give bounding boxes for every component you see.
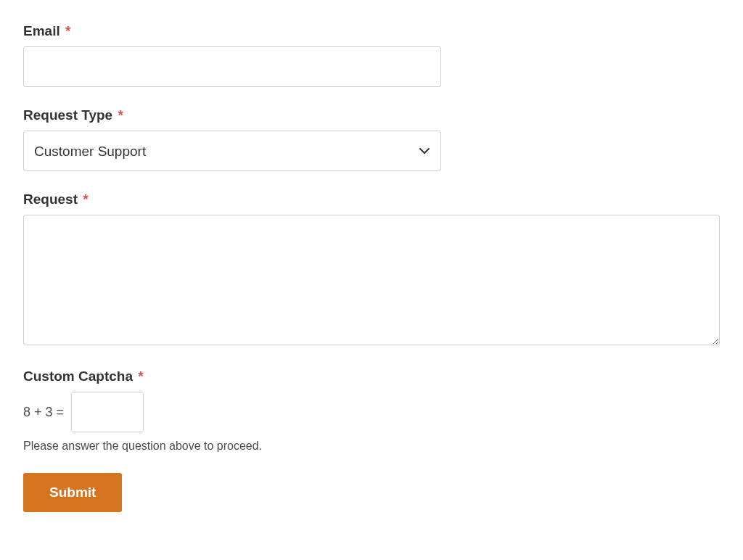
- request-type-label: Request Type *: [23, 107, 720, 123]
- required-asterisk: *: [118, 107, 123, 123]
- required-asterisk: *: [65, 23, 70, 38]
- request-label: Request *: [23, 192, 720, 207]
- required-asterisk: *: [83, 192, 88, 207]
- request-type-select[interactable]: Customer Support: [23, 131, 441, 171]
- required-asterisk: *: [138, 368, 143, 384]
- captcha-row: 8 + 3 =: [23, 392, 720, 432]
- request-type-group: Request Type * Customer Support: [23, 107, 720, 171]
- request-group: Request *: [23, 192, 720, 348]
- captcha-input[interactable]: [71, 392, 144, 432]
- select-wrapper: Customer Support: [23, 131, 441, 171]
- email-label: Email *: [23, 23, 720, 39]
- email-input[interactable]: [23, 46, 441, 87]
- captcha-label: Custom Captcha *: [23, 368, 720, 384]
- email-group: Email *: [23, 23, 720, 87]
- captcha-label-text: Custom Captcha: [23, 368, 133, 384]
- request-label-text: Request: [23, 192, 78, 207]
- submit-group: Submit: [23, 473, 720, 512]
- submit-button[interactable]: Submit: [23, 473, 122, 512]
- request-textarea[interactable]: [23, 215, 720, 345]
- captcha-group: Custom Captcha * 8 + 3 = Please answer t…: [23, 368, 720, 453]
- captcha-hint: Please answer the question above to proc…: [23, 440, 720, 453]
- captcha-question: 8 + 3 =: [23, 405, 64, 420]
- email-label-text: Email: [23, 23, 60, 38]
- request-type-label-text: Request Type: [23, 107, 112, 123]
